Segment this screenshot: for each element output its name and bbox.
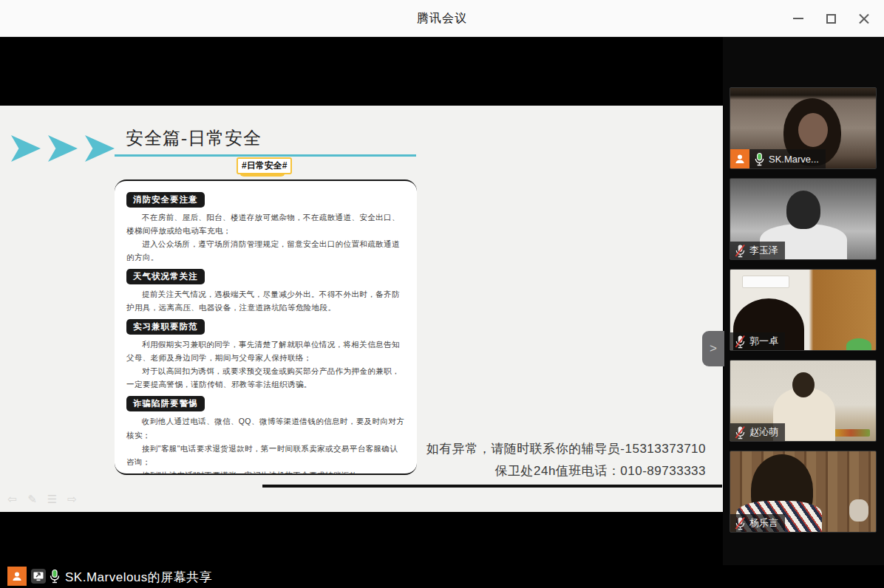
- arrow-icon: [11, 135, 41, 162]
- mic-muted-icon: [735, 244, 746, 258]
- topic-badge: #日常安全#: [237, 157, 292, 174]
- mic-muted-icon: [735, 425, 746, 440]
- minimize-icon: [793, 18, 803, 19]
- contact-line-security: 保卫处24h值班电话：010-89733333: [355, 460, 706, 482]
- sharing-presenter-icon: [7, 567, 27, 586]
- titlebar: 腾讯会议: [0, 0, 884, 37]
- participant-name: 李玉泽: [749, 244, 778, 257]
- slide-paragraph: 利用假期实习兼职的同学，事先清楚了解就职单位情况，将相关信息告知父母、老师及身边…: [126, 338, 405, 364]
- participant-label: 赵沁萌: [730, 423, 785, 441]
- minimize-button[interactable]: [782, 0, 815, 37]
- participant-name: SK.Marve...: [769, 154, 819, 165]
- video-thumbnail-li-yuze[interactable]: 李玉泽: [730, 178, 877, 260]
- chevron-right-icon: >: [710, 341, 717, 356]
- section-heading-badge: 诈骗陷阱要警惕: [126, 396, 205, 411]
- mic-muted-icon: [735, 516, 746, 530]
- slide-paragraph: 提前关注天气情况，遇极端天气，尽量减少外出。不得不外出时，备齐防护用具，远离高压…: [126, 287, 405, 314]
- participant-name: 郭一卓: [749, 335, 778, 348]
- participant-label: 郭一卓: [730, 332, 785, 350]
- video-thumbnail-guo-yizhuo[interactable]: 郭一卓: [730, 269, 877, 351]
- emergency-contact-text: 如有异常，请随时联系你的辅导员-15313373710 保卫处24h值班电话：0…: [355, 438, 706, 482]
- participant-label: 李玉泽: [730, 242, 785, 259]
- presentation-slide: 安全篇-日常安全 #日常安全# 消防安全要注意 不在房前、屋后、阳台、楼道存放可…: [0, 106, 723, 512]
- maximize-button[interactable]: [815, 0, 847, 37]
- window-title: 腾讯会议: [0, 11, 884, 27]
- slide-paragraph: 不在房前、屋后、阳台、楼道存放可燃杂物，不在疏散通道、安全出口、楼梯间停放或给电…: [126, 211, 405, 237]
- mic-on-icon: [49, 569, 61, 587]
- window-controls: [782, 0, 880, 37]
- pen-icon[interactable]: ✎: [26, 493, 38, 506]
- close-icon: [858, 13, 869, 24]
- participant-label: 杨乐言: [730, 514, 785, 532]
- screen-share-icon: [31, 569, 46, 587]
- maximize-icon: [826, 14, 836, 24]
- section-heading-badge: 天气状况常关注: [126, 269, 205, 284]
- prev-slide-icon[interactable]: ⇦: [6, 493, 18, 506]
- slide-section: 消防安全要注意 不在房前、屋后、阳台、楼道存放可燃杂物，不在疏散通道、安全出口、…: [126, 187, 405, 264]
- collapse-sidebar-button[interactable]: >: [702, 331, 724, 366]
- slide-divider-line: [262, 485, 722, 488]
- video-thumbnail-yang-leyan[interactable]: 杨乐言: [730, 451, 877, 533]
- slide-paragraph: 进入公众场所，遵守场所消防管理规定，留意安全出口的位置和疏散通道的方向。: [126, 237, 405, 264]
- screen-share-label: SK.Marvelous的屏幕共享: [65, 569, 212, 586]
- close-button[interactable]: [847, 0, 880, 37]
- menu-icon[interactable]: ☰: [46, 493, 58, 506]
- decorative-arrows: [11, 135, 115, 162]
- arrow-icon: [85, 135, 115, 162]
- title-underline: [115, 154, 416, 157]
- participant-name: 赵沁萌: [749, 425, 778, 439]
- section-heading-badge: 消防安全要注意: [126, 192, 205, 208]
- sharing-presenter-icon: [730, 149, 749, 168]
- mic-muted-icon: [735, 335, 746, 349]
- section-heading-badge: 实习兼职要防范: [126, 319, 205, 335]
- slide-section: 天气状况常关注 提前关注天气情况，遇极端天气，尽量减少外出。不得不外出时，备齐防…: [126, 264, 405, 314]
- video-thumbnail-zhao-qinmeng[interactable]: 赵沁萌: [730, 360, 877, 442]
- shared-screen-area: 安全篇-日常安全 #日常安全# 消防安全要注意 不在房前、屋后、阳台、楼道存放可…: [0, 37, 723, 565]
- slide-title: 安全篇-日常安全: [126, 126, 262, 150]
- arrow-icon: [48, 135, 78, 162]
- next-slide-icon[interactable]: ⇨: [66, 493, 78, 506]
- participants-sidebar: SK.Marve... 李玉泽: [723, 37, 884, 565]
- slide-section: 实习兼职要防范 利用假期实习兼职的同学，事先清楚了解就职单位情况，将相关信息告知…: [126, 314, 405, 391]
- topic-badge-label: #日常安全#: [237, 157, 292, 174]
- participant-name: 杨乐言: [749, 516, 778, 530]
- video-thumbnail-sk-marvelous[interactable]: SK.Marve...: [730, 87, 877, 169]
- mic-on-icon: [754, 152, 765, 166]
- screen-share-statusbar: SK.Marvelous的屏幕共享: [0, 565, 884, 588]
- participant-label: SK.Marve...: [749, 149, 826, 168]
- slide-paragraph: 对于以高回扣为诱饵，或要求预交现金或购买部分产品作为押金的兼职，一定要提高警惕，…: [126, 364, 405, 391]
- presentation-nav-controls: ⇦ ✎ ☰ ⇨: [6, 493, 78, 506]
- slide-content-card: 消防安全要注意 不在房前、屋后、阳台、楼道存放可燃杂物，不在疏散通道、安全出口、…: [115, 180, 417, 475]
- contact-line-counselor: 如有异常，请随时联系你的辅导员-15313373710: [355, 438, 706, 460]
